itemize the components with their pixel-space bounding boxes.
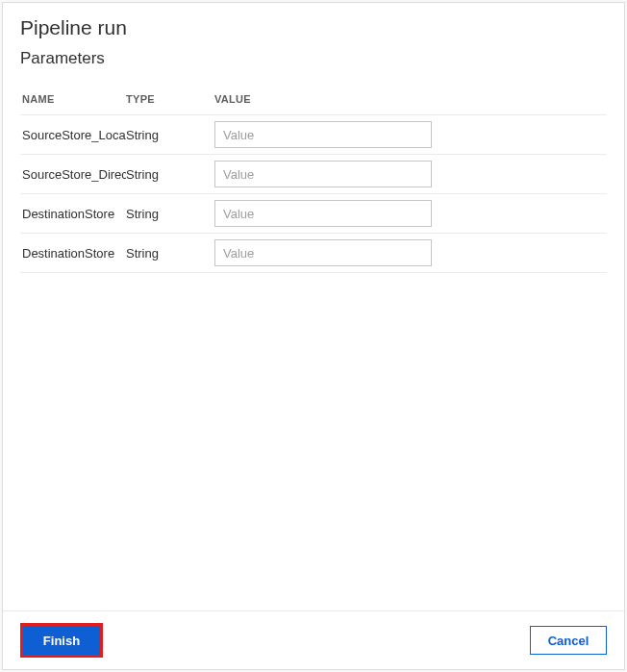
- table-header-row: NAME TYPE VALUE: [20, 84, 607, 115]
- table-row: DestinationStore String: [20, 194, 607, 234]
- param-type: String: [126, 207, 214, 221]
- param-value-cell: [214, 121, 605, 148]
- param-value-input[interactable]: [214, 121, 432, 148]
- param-name: DestinationStore: [22, 207, 126, 221]
- column-header-name: NAME: [22, 93, 126, 105]
- param-name: SourceStore_Location: [22, 128, 126, 142]
- param-name: DestinationStore: [22, 246, 126, 261]
- param-type: String: [126, 128, 214, 142]
- param-name: SourceStore_Directory: [22, 167, 126, 182]
- param-type: String: [126, 167, 214, 182]
- section-title: Parameters: [20, 49, 607, 68]
- param-value-cell: [214, 161, 605, 187]
- param-value-input[interactable]: [214, 200, 432, 227]
- column-header-type: TYPE: [126, 93, 214, 105]
- param-value-cell: [214, 239, 605, 266]
- parameters-table: NAME TYPE VALUE SourceStore_Location Str…: [20, 84, 607, 273]
- panel-footer: Finish Cancel: [3, 610, 624, 669]
- panel-title: Pipeline run: [20, 16, 607, 39]
- table-row: DestinationStore String: [20, 234, 607, 273]
- param-value-input[interactable]: [214, 161, 432, 187]
- panel-header: Pipeline run: [3, 3, 624, 49]
- panel-body: Parameters NAME TYPE VALUE SourceStore_L…: [3, 49, 624, 610]
- table-row: SourceStore_Directory String: [20, 155, 607, 194]
- cancel-button[interactable]: Cancel: [530, 626, 607, 655]
- table-row: SourceStore_Location String: [20, 115, 607, 155]
- column-header-value: VALUE: [214, 93, 605, 105]
- finish-button[interactable]: Finish: [23, 626, 100, 655]
- pipeline-run-panel: Pipeline run Parameters NAME TYPE VALUE …: [2, 2, 625, 670]
- finish-button-highlight: Finish: [20, 623, 103, 658]
- param-value-input[interactable]: [214, 239, 432, 266]
- param-type: String: [126, 246, 214, 261]
- param-value-cell: [214, 200, 605, 227]
